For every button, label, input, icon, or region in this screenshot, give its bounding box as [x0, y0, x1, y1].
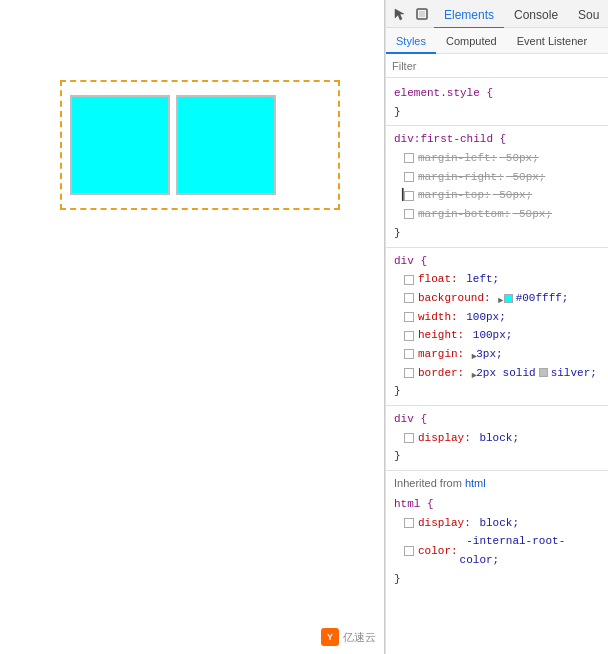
prop-float: float:	[418, 270, 458, 289]
val-float: left;	[460, 270, 500, 289]
val-margin-right: 50px;	[506, 168, 546, 187]
filter-bar	[386, 54, 608, 78]
subtab-computed[interactable]: Computed	[436, 28, 507, 54]
devtools-icons	[392, 6, 430, 22]
close-brace-4: }	[394, 450, 401, 462]
divider-2	[386, 247, 608, 248]
tab-console[interactable]: Console	[504, 1, 568, 29]
prop-row-float: float: left;	[394, 270, 600, 289]
val-html-color: -internal-root-color;	[460, 532, 600, 569]
prop-row-margin-top: margin-top: 50px; ▎	[394, 186, 600, 205]
prop-width: width:	[418, 308, 458, 327]
prop-margin-top: margin-top:	[418, 186, 491, 205]
box-icon[interactable]	[414, 6, 430, 22]
color-swatch-cyan[interactable]	[504, 294, 513, 303]
styles-subtabs: Styles Computed Event Listener	[386, 28, 608, 54]
devtools-panel: Elements Console Sou Styles Computed Eve…	[385, 0, 608, 654]
prop-html-color: color:	[418, 542, 458, 561]
css-rules-panel: element.style { } div:first-child { marg…	[386, 78, 608, 654]
cyan-box-2	[176, 95, 276, 195]
val-border-main: 2px solid	[476, 364, 535, 383]
prop-row-html-color: color: -internal-root-color;	[394, 532, 600, 569]
close-brace-3: }	[394, 385, 401, 397]
inherited-link[interactable]: html	[465, 477, 486, 489]
val-html-display: block;	[473, 514, 519, 533]
watermark: Y 亿速云	[321, 628, 376, 646]
prop-row-height: height: 100px;	[394, 326, 600, 345]
checkbox-margin[interactable]	[404, 349, 414, 359]
prop-margin-left: margin-left:	[418, 149, 497, 168]
svg-marker-0	[395, 9, 404, 20]
val-background: #00ffff;	[516, 289, 569, 308]
close-brace-1: }	[394, 106, 401, 118]
divider-3	[386, 405, 608, 406]
devtools-topbar: Elements Console Sou	[386, 0, 608, 28]
svg-rect-2	[419, 11, 425, 17]
prop-margin-bottom: margin-bottom:	[418, 205, 510, 224]
checkbox-margin-right[interactable]	[404, 172, 414, 182]
webpage-preview: Y 亿速云	[0, 0, 385, 654]
checkbox-height[interactable]	[404, 331, 414, 341]
watermark-text: 亿速云	[343, 630, 376, 645]
webpage-content-area	[60, 80, 340, 210]
border-arrow[interactable]: ►	[466, 369, 474, 377]
checkbox-background[interactable]	[404, 293, 414, 303]
prop-margin-right: margin-right:	[418, 168, 504, 187]
prop-row-width: width: 100px;	[394, 308, 600, 327]
rule-html: html { display: block; color: -internal-…	[386, 493, 608, 590]
margin-arrow[interactable]: ►	[466, 350, 474, 358]
prop-display: display:	[418, 429, 471, 448]
val-margin: 3px;	[476, 345, 502, 364]
checkbox-display[interactable]	[404, 433, 414, 443]
prop-row-background: background: ► #00ffff;	[394, 289, 600, 308]
prop-row-margin-bottom: margin-bottom: 50px;	[394, 205, 600, 224]
val-display: block;	[473, 429, 519, 448]
close-brace-5: }	[394, 573, 401, 585]
prop-background: background:	[418, 289, 491, 308]
cyan-box-1	[70, 95, 170, 195]
val-margin-left: 50px;	[499, 149, 539, 168]
background-arrow[interactable]: ►	[493, 294, 501, 302]
val-margin-bottom: 50px;	[512, 205, 552, 224]
selector-first-child: div:first-child {	[394, 133, 506, 145]
color-swatch-silver[interactable]	[539, 368, 548, 377]
prop-row-border: border: ► 2px solid silver;	[394, 364, 600, 383]
prop-row-margin-left: margin-left: 50px;	[394, 149, 600, 168]
prop-html-display: display:	[418, 514, 471, 533]
prop-row-margin: margin: ► 3px;	[394, 345, 600, 364]
divider-4	[386, 470, 608, 471]
rule-element-style: element.style { }	[386, 82, 608, 123]
subtab-styles[interactable]: Styles	[386, 28, 436, 54]
prop-row-display: display: block;	[394, 429, 600, 448]
checkbox-margin-top[interactable]	[404, 191, 414, 201]
prop-row-margin-right: margin-right: 50px;	[394, 168, 600, 187]
checkbox-html-color[interactable]	[404, 546, 414, 556]
checkbox-margin-bottom[interactable]	[404, 209, 414, 219]
subtab-event-listener[interactable]: Event Listener	[507, 28, 597, 54]
selector-div-main: div {	[394, 255, 427, 267]
tab-sources[interactable]: Sou	[568, 1, 608, 29]
checkbox-width[interactable]	[404, 312, 414, 322]
prop-margin: margin:	[418, 345, 464, 364]
val-height: 100px;	[466, 326, 512, 345]
checkbox-float[interactable]	[404, 275, 414, 285]
rule-div-display: div { display: block; }	[386, 408, 608, 468]
selector-html: html {	[394, 498, 434, 510]
prop-height: height:	[418, 326, 464, 345]
val-margin-top: 50px;	[493, 186, 533, 205]
selector-element-style: element.style {	[394, 87, 493, 99]
rule-div-first-child: div:first-child { margin-left: 50px; mar…	[386, 128, 608, 244]
prop-border: border:	[418, 364, 464, 383]
rule-div-main: div { float: left; background: ► #00ffff…	[386, 250, 608, 404]
watermark-logo: Y	[321, 628, 339, 646]
selector-div-display: div {	[394, 413, 427, 425]
checkbox-border[interactable]	[404, 368, 414, 378]
inherited-header: Inherited from html	[386, 473, 608, 493]
cursor-icon[interactable]	[392, 6, 408, 22]
checkbox-margin-left[interactable]	[404, 153, 414, 163]
tab-elements[interactable]: Elements	[434, 1, 504, 29]
val-width: 100px;	[460, 308, 506, 327]
val-border-color: silver;	[551, 364, 597, 383]
filter-input[interactable]	[392, 60, 602, 72]
checkbox-html-display[interactable]	[404, 518, 414, 528]
